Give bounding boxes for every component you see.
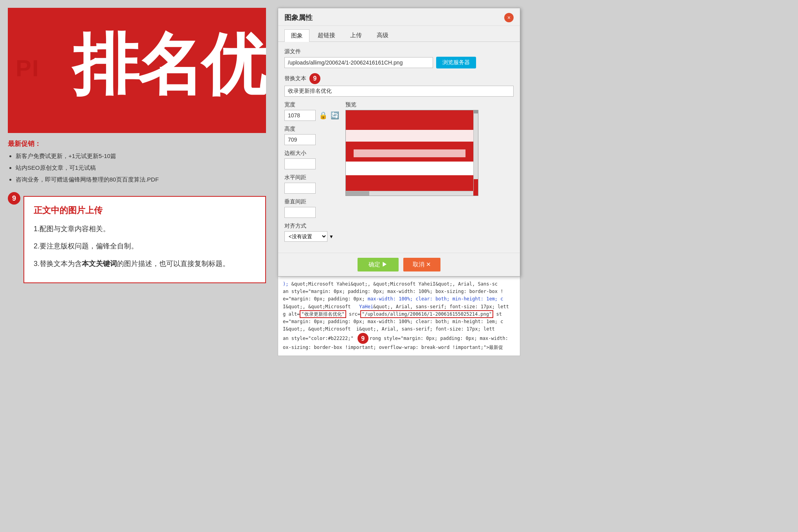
preview-vscrollbar[interactable]: [473, 110, 478, 191]
alt-step-badge: 9: [309, 73, 320, 84]
dialog-body: 源文件 浏览服务器 替换文本 9 宽度: [278, 42, 520, 253]
vscroll-thumb[interactable]: [474, 179, 478, 191]
preview-image-bg: [346, 110, 473, 191]
tutorial-step-3: 3.替换文本为含本文关键词的图片描述，也可以直接复制标题。: [34, 257, 256, 270]
alt-input[interactable]: [284, 86, 514, 97]
html-line-6: e="margin: 0px; padding: 0px; max-width:…: [283, 318, 515, 325]
html-line-5: g alt="收录更新排名优化" src="/uploads/allimg/20…: [283, 311, 515, 318]
tutorial-heading: 正文中的图片上传: [34, 205, 256, 216]
border-input[interactable]: [284, 158, 316, 169]
source-label: 源文件: [284, 48, 514, 55]
promo-item-2: 站内SEO原创文章，可1元试稿: [16, 163, 266, 173]
height-row: 高度: [284, 126, 339, 145]
preview-box: [345, 110, 478, 196]
lock-icon: 🔒: [319, 111, 327, 120]
align-row: 对齐方式 <没有设置 左对齐 居中 右对齐 ▼: [284, 223, 339, 242]
dimensions-col: 宽度 🔒 🔄 高度 边框大小: [284, 101, 339, 246]
dialog-header: 图象属性 ×: [278, 8, 520, 26]
height-input[interactable]: [284, 134, 316, 145]
cancel-button[interactable]: 取消 ✕: [403, 258, 440, 271]
preview-white-bar-2: [354, 149, 466, 157]
html-line-7: I&quot;, &quot;Microsoft i&quot;, Arial,…: [283, 325, 515, 333]
border-label: 边框大小: [284, 150, 339, 157]
align-label: 对齐方式: [284, 223, 339, 230]
html-line-4: I&quot;, &quot;Microsoft YaHei&quot;, Ar…: [283, 303, 515, 311]
align-select[interactable]: <没有设置 左对齐 居中 右对齐: [284, 231, 327, 242]
image-properties-dialog: 图象属性 × 图象 超链接 上传 高级 源文件 浏览服务器 替换文本 9: [278, 8, 520, 277]
tab-hyperlink[interactable]: 超链接: [311, 29, 342, 41]
preview-col: 预览: [345, 101, 514, 246]
preview-label: 预览: [345, 101, 514, 108]
highlight-src-text: "/uploads/allimg/200616/1-20061615502521…: [360, 310, 493, 318]
source-input[interactable]: [284, 57, 433, 68]
hspace-label: 水平间距: [284, 174, 339, 181]
left-panel: PI 排名优 最新促销： 新客户免费试更新，+1元试更新5-10篇 站内SEO原…: [8, 8, 266, 524]
cancel-label: 取消: [413, 261, 424, 268]
preview-content: [346, 110, 478, 196]
html-line-9: ox-sizing: border-box !important; overfl…: [283, 344, 515, 351]
vspace-label: 垂直间距: [284, 198, 339, 205]
right-panel: 图象属性 × 图象 超链接 上传 高级 源文件 浏览服务器 替换文本 9: [278, 8, 790, 524]
tutorial-box: 正文中的图片上传 1.配图与文章内容相关。 2.要注意版权问题，偏锋全自制。 3…: [23, 196, 266, 283]
step-badge-left: 9: [8, 192, 20, 205]
html-line-1: ); &quot;Microsoft Yahei&quot;, &quot;Mi…: [283, 280, 515, 288]
highlight-alt-text: "收录更新排名优化": [300, 310, 346, 318]
dimensions-preview-row: 宽度 🔒 🔄 高度 边框大小: [284, 101, 514, 246]
hspace-row: 水平间距: [284, 174, 339, 194]
confirm-button[interactable]: 确定 ▶: [358, 258, 399, 271]
dialog-footer: 确定 ▶ 取消 ✕: [278, 253, 520, 276]
align-dropdown-icon: ▼: [329, 234, 334, 239]
vscroll-up-arrow: [474, 110, 478, 113]
hero-big-text: 排名优: [72, 31, 266, 98]
tab-upload[interactable]: 上传: [343, 29, 368, 41]
html-source-panel: ); &quot;Microsoft Yahei&quot;, &quot;Mi…: [278, 277, 520, 356]
tutorial-step-2: 2.要注意版权问题，偏锋全自制。: [34, 240, 256, 252]
preview-white-bar-1: [346, 130, 473, 142]
width-row: 宽度 🔒 🔄: [284, 101, 339, 121]
confirm-label: 确定: [368, 261, 380, 268]
width-label: 宽度: [284, 101, 339, 108]
vspace-input[interactable]: [284, 207, 316, 218]
dialog-title: 图象属性: [284, 13, 313, 22]
source-input-row: 浏览服务器: [284, 57, 514, 68]
source-row: 源文件 浏览服务器: [284, 48, 514, 68]
pi-watermark: PI: [16, 55, 40, 82]
browse-server-button[interactable]: 浏览服务器: [436, 57, 476, 68]
html-line-3: e="margin: 0px; padding: 0px; max-width:…: [283, 295, 515, 303]
hero-image: PI 排名优: [8, 8, 266, 133]
width-input[interactable]: [284, 110, 316, 121]
promo-list: 新客户免费试更新，+1元试更新5-10篇 站内SEO原创文章，可1元试稿 咨询业…: [16, 151, 266, 184]
preview-red-bottom: [346, 175, 473, 191]
latest-promo: 最新促销： 新客户免费试更新，+1元试更新5-10篇 站内SEO原创文章，可1元…: [8, 139, 266, 184]
promo-title: 最新促销：: [8, 139, 266, 148]
close-button[interactable]: ×: [504, 13, 514, 22]
vspace-row: 垂直间距: [284, 198, 339, 218]
html-line-2: an style="margin: 0px; padding: 0px; max…: [283, 288, 515, 295]
html-step-badge: 9: [358, 333, 368, 344]
cancel-x-icon: ✕: [426, 261, 431, 268]
tutorial-keyword: 本文关键词: [82, 260, 117, 268]
confirm-arrow-icon: ▶: [382, 261, 388, 268]
width-input-row: 🔒 🔄: [284, 110, 339, 121]
promo-item-1: 新客户免费试更新，+1元试更新5-10篇: [16, 151, 266, 161]
preview-white-bar-3: [346, 162, 473, 175]
alt-row: 替换文本 9: [284, 73, 514, 97]
height-label: 高度: [284, 126, 339, 133]
tab-advanced[interactable]: 高级: [370, 29, 395, 41]
refresh-icon[interactable]: 🔄: [331, 111, 339, 120]
hscroll-thumb[interactable]: [346, 191, 369, 196]
alt-label: 替换文本: [284, 75, 306, 82]
dialog-tabs: 图象 超链接 上传 高级: [278, 26, 520, 42]
hspace-input[interactable]: [284, 183, 316, 194]
preview-hscrollbar[interactable]: [346, 191, 473, 196]
html-line-8: an style="color:#b22222;" 9rong style="m…: [283, 333, 515, 344]
promo-item-3: 咨询业务，即可赠送偏锋网络整理的80页百度算法.PDF: [16, 175, 266, 184]
tutorial-step-1: 1.配图与文章内容相关。: [34, 223, 256, 235]
border-row: 边框大小: [284, 150, 339, 169]
tab-image[interactable]: 图象: [284, 29, 309, 42]
